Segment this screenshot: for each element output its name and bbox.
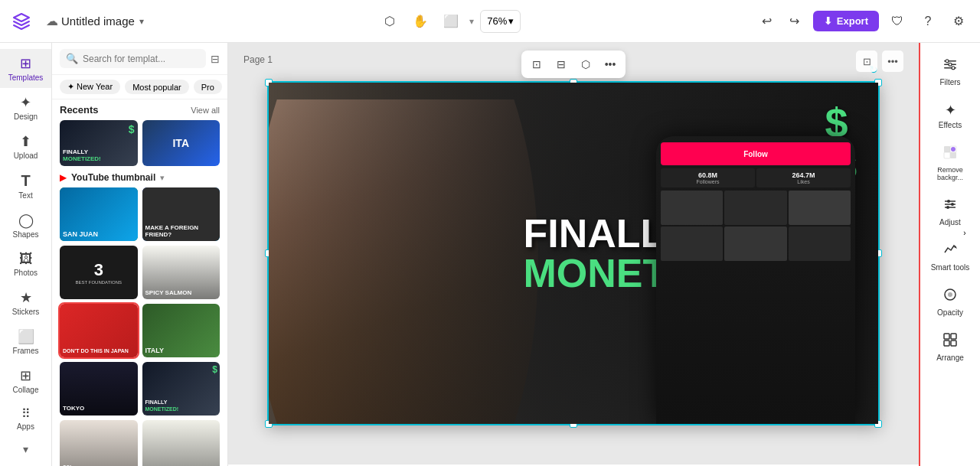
youtube-grid-4: TOKYO FINALLYMONETIZED! $	[60, 362, 220, 415]
apps-icon: ⠿	[21, 406, 31, 421]
apps-label: Apps	[17, 422, 34, 431]
sidebar-collapse-btn[interactable]: ▾	[23, 437, 28, 461]
phone-video-grid	[661, 191, 851, 261]
right-tool-smart[interactable]: Smart tools	[920, 234, 980, 279]
opacity-label: Opacity	[937, 308, 963, 317]
tab-new-year[interactable]: ✦ New Year	[60, 80, 120, 94]
sidebar-item-stickers[interactable]: ★ Stickers	[0, 283, 51, 322]
frame-tool-btn[interactable]: ⬡	[575, 54, 596, 75]
template-scroll-area: Recents View all FINALLYMONETIZED! $ ITA…	[52, 99, 227, 466]
resize-chevron[interactable]: ▾	[469, 16, 474, 27]
hand-tool-btn[interactable]: ✋	[408, 9, 433, 34]
video-thumb-6	[789, 226, 851, 261]
sidebar-item-photos[interactable]: 🖼 Photos	[0, 245, 51, 283]
search-input[interactable]	[83, 54, 200, 64]
youtube-grid-2: 3 BEST FOUNDATIONS SPICY SALMON	[60, 246, 220, 299]
yt-thumb-1[interactable]: SAN JUAN	[60, 187, 138, 241]
help-btn[interactable]: ?	[916, 9, 940, 34]
video-thumb-4	[661, 226, 723, 261]
canvas-frame[interactable]: ↻ FINALLY MONETIZED!	[267, 81, 880, 425]
youtube-grid-5: 20hr... Apple Watch Band	[60, 420, 220, 466]
tab-pro-label: Pro	[201, 83, 214, 92]
svg-point-4	[949, 63, 952, 66]
yt-thumb-7-text: TOKYO	[63, 405, 135, 412]
youtube-grid-3: DON'T DO THIS IN JAPAN ITALY	[60, 304, 220, 357]
tab-pro[interactable]: Pro	[194, 80, 222, 94]
sidebar-item-design[interactable]: ✦ Design	[0, 88, 51, 127]
maximize-btn[interactable]: ⊡	[856, 51, 877, 72]
canvas-scroll-area[interactable]: ↻ FINALLY MONETIZED!	[228, 43, 919, 464]
sidebar-item-frames[interactable]: ⬜ Frames	[0, 322, 51, 361]
tab-most-popular[interactable]: Most popular	[125, 80, 189, 94]
search-box[interactable]: 🔍	[60, 49, 206, 68]
svg-point-5	[952, 67, 955, 70]
yt-thumb-5[interactable]: DON'T DO THIS IN JAPAN	[60, 304, 138, 357]
svg-rect-9	[950, 152, 956, 158]
design-icon: ✦	[20, 94, 31, 111]
youtube-section-chevron[interactable]: ▾	[160, 173, 165, 183]
app-logo[interactable]	[9, 9, 34, 34]
collage-label: Collage	[13, 386, 39, 394]
svg-point-19	[948, 292, 952, 297]
sidebar-item-templates[interactable]: ⊞ Templates	[0, 49, 51, 88]
right-tool-arrange[interactable]: Arrange	[920, 324, 980, 370]
sidebar-item-upload[interactable]: ⬆ Upload	[0, 127, 51, 166]
undo-redo-group: ↩ ↪	[755, 9, 807, 34]
pointer-tool-btn[interactable]: ⬡	[377, 9, 402, 34]
yt-thumb-8[interactable]: FINALLYMONETIZED! $	[142, 362, 220, 415]
canvas-area: Page 1 ⊡ ⊟ ⬡ ••• ⊡ ••• ↻	[228, 43, 919, 466]
more-btn[interactable]: •••	[882, 51, 903, 72]
templates-icon: ⊞	[20, 55, 31, 72]
yt-thumb-9[interactable]: 20hr...	[60, 420, 138, 466]
yt-thumb-3[interactable]: 3 BEST FOUNDATIONS	[60, 246, 138, 299]
right-tool-filters[interactable]: Filters	[920, 49, 980, 94]
yt-thumb-2[interactable]: MAKE A FOREIGN FRIEND?	[142, 187, 220, 241]
yt-thumb-5-text: DON'T DO THIS IN JAPAN	[63, 348, 135, 354]
yt-thumb-6[interactable]: ITALY	[142, 304, 220, 357]
video-thumb-2	[724, 191, 786, 225]
shield-icon-btn[interactable]: 🛡	[885, 9, 910, 34]
frames-icon: ⬜	[18, 328, 34, 345]
recents-header: Recents View all	[60, 104, 220, 116]
stat-2-label: Likes	[760, 179, 848, 184]
filter-icon[interactable]: ⊟	[211, 53, 220, 65]
more-tool-btn[interactable]: •••	[599, 54, 621, 75]
recent-thumb-2[interactable]: ITA	[142, 120, 220, 166]
stickers-label: Stickers	[12, 308, 40, 316]
sidebar-item-text[interactable]: T Text	[0, 166, 51, 206]
svg-rect-20	[944, 334, 949, 339]
crop-tool-btn[interactable]: ⊡	[526, 54, 547, 75]
svg-point-14	[947, 200, 950, 203]
sidebar-item-collage[interactable]: ⊞ Collage	[0, 361, 51, 400]
sidebar-item-apps[interactable]: ⠿ Apps	[0, 400, 51, 437]
right-tool-remove-bg[interactable]: Remove backgr...	[920, 137, 980, 189]
right-tool-effects[interactable]: ✦ Effects	[920, 94, 980, 137]
opacity-icon	[942, 287, 958, 306]
yt-thumb-6-text: ITALY	[145, 347, 217, 354]
right-tool-opacity[interactable]: Opacity	[920, 279, 980, 324]
settings-btn[interactable]: ⚙	[946, 9, 971, 34]
yt-thumb-7[interactable]: TOKYO	[60, 362, 138, 415]
resize-tool-btn[interactable]: ⬜	[439, 9, 463, 34]
yt-thumb-10[interactable]: Apple Watch Band	[142, 420, 220, 466]
template-tabs: ✦ New Year Most popular Pro	[52, 75, 227, 99]
export-button[interactable]: ⬇ Export	[813, 11, 879, 31]
zoom-control[interactable]: 76% ▾	[480, 10, 521, 33]
right-tool-adjust[interactable]: Adjust	[920, 189, 980, 234]
flip-tool-btn[interactable]: ⊟	[550, 54, 572, 75]
document-title[interactable]: Untitled image	[61, 15, 135, 28]
yt-thumb-4[interactable]: SPICY SALMON	[142, 246, 220, 299]
redo-btn[interactable]: ↪	[782, 9, 807, 34]
text-icon: T	[21, 172, 30, 190]
undo-btn[interactable]: ↩	[755, 9, 779, 34]
svg-point-15	[951, 203, 954, 206]
thumb-text-1: FINALLYMONETIZED!	[63, 149, 135, 163]
view-all-link[interactable]: View all	[191, 106, 220, 115]
smart-tools-icon	[942, 242, 958, 261]
yt-thumb-8-text: FINALLYMONETIZED!	[145, 399, 217, 412]
upload-icon: ⬆	[20, 133, 31, 150]
recent-thumb-1[interactable]: FINALLYMONETIZED! $	[60, 120, 138, 166]
sidebar-item-shapes[interactable]: ◯ Shapes	[0, 206, 51, 245]
doc-title-chevron[interactable]: ▾	[139, 16, 144, 27]
arrange-label: Arrange	[936, 354, 964, 362]
